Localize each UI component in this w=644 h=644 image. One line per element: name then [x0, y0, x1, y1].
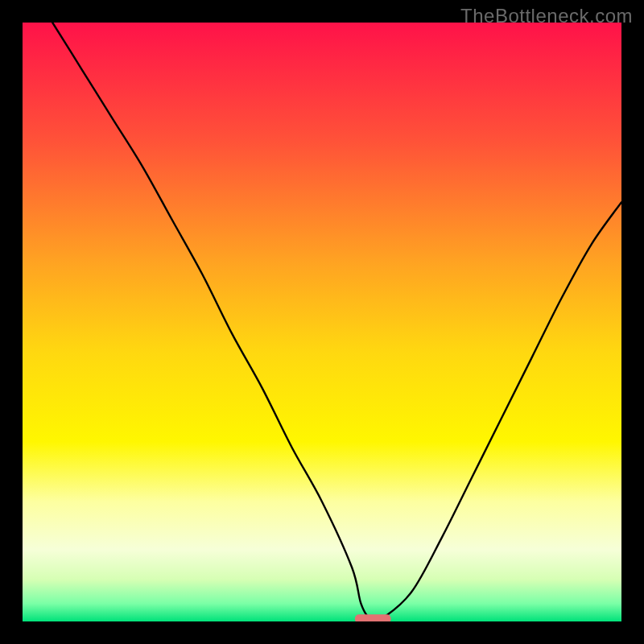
- plot-area: [23, 23, 621, 621]
- optimal-range-marker: [355, 614, 391, 621]
- gradient-background: [23, 23, 621, 621]
- bottleneck-plot: [23, 23, 621, 621]
- chart-frame: TheBottleneck.com: [0, 0, 644, 644]
